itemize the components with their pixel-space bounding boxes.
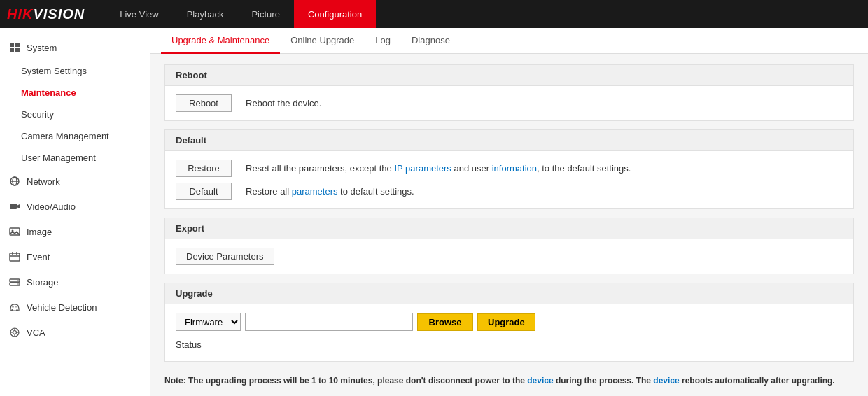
sidebar-vehicle-detection-label: Vehicle Detection bbox=[27, 302, 97, 313]
upgrade-button[interactable]: Upgrade bbox=[477, 313, 536, 331]
svg-point-24 bbox=[13, 331, 17, 334]
video-icon bbox=[8, 200, 21, 213]
tab-log[interactable]: Log bbox=[365, 28, 401, 54]
sidebar-item-image[interactable]: Image bbox=[0, 219, 150, 244]
note-prefix: Note: The upgrading process will be 1 to… bbox=[164, 376, 527, 386]
svg-point-17 bbox=[18, 280, 19, 281]
sidebar-item-user-management[interactable]: User Management bbox=[0, 147, 150, 169]
default-section: Default Restore Reset all the parameters… bbox=[164, 129, 854, 209]
browse-button[interactable]: Browse bbox=[417, 313, 473, 331]
restore-button[interactable]: Restore bbox=[176, 160, 232, 177]
sidebar-item-system-settings[interactable]: System Settings bbox=[0, 60, 150, 82]
content-area: Reboot Reboot Reboot the device. Default… bbox=[150, 54, 868, 396]
sidebar-storage-label: Storage bbox=[27, 277, 59, 288]
svg-rect-11 bbox=[10, 253, 20, 261]
sidebar-item-system[interactable]: System bbox=[0, 35, 150, 60]
device-parameters-button[interactable]: Device Parameters bbox=[176, 248, 274, 265]
note-link2: device bbox=[653, 376, 679, 386]
default-section-body: Restore Reset all the parameters, except… bbox=[165, 151, 853, 208]
tab-upgrade-maintenance[interactable]: Upgrade & Maintenance bbox=[161, 28, 280, 54]
reboot-row: Reboot Reboot the device. bbox=[176, 94, 843, 112]
sidebar-item-maintenance[interactable]: Maintenance bbox=[0, 82, 150, 104]
svg-rect-3 bbox=[15, 48, 20, 52]
sidebar-item-storage[interactable]: Storage bbox=[0, 269, 150, 295]
car-icon bbox=[8, 301, 21, 313]
sidebar-item-vca[interactable]: VCA bbox=[0, 320, 150, 345]
logo: HIKVISION bbox=[7, 6, 85, 22]
reboot-section-header: Reboot bbox=[165, 65, 853, 86]
upgrade-section: Upgrade Firmware Browse Upgrade Status bbox=[164, 283, 854, 362]
restore-desc-mid: and user bbox=[451, 163, 492, 174]
vca-icon bbox=[8, 326, 21, 339]
svg-rect-1 bbox=[15, 43, 20, 47]
svg-rect-21 bbox=[12, 306, 14, 308]
sidebar-item-event[interactable]: Event bbox=[0, 244, 150, 269]
default-desc-plain1: Restore all bbox=[246, 186, 292, 197]
globe-icon bbox=[8, 175, 21, 188]
sidebar-item-video-audio[interactable]: Video/Audio bbox=[0, 194, 150, 219]
reboot-button[interactable]: Reboot bbox=[176, 94, 232, 112]
nav-live-view[interactable]: Live View bbox=[106, 0, 172, 28]
logo-red: HIK bbox=[7, 6, 33, 22]
svg-point-20 bbox=[16, 309, 18, 311]
svg-rect-0 bbox=[10, 43, 14, 47]
upgrade-section-header: Upgrade bbox=[165, 283, 853, 304]
logo-white: VISION bbox=[33, 6, 85, 22]
restore-desc-link2: information bbox=[492, 163, 537, 174]
upgrade-row: Firmware Browse Upgrade bbox=[176, 313, 843, 331]
calendar-icon bbox=[8, 250, 21, 263]
reboot-description: Reboot the device. bbox=[246, 98, 321, 108]
nav-playback[interactable]: Playback bbox=[173, 0, 238, 28]
svg-rect-22 bbox=[15, 306, 18, 308]
reboot-section-body: Reboot Reboot the device. bbox=[165, 86, 853, 120]
tab-bar: Upgrade & Maintenance Online Upgrade Log… bbox=[150, 28, 868, 54]
restore-row: Restore Reset all the parameters, except… bbox=[176, 160, 843, 177]
sidebar-item-network[interactable]: Network bbox=[0, 169, 150, 194]
default-desc-link: parameters bbox=[292, 186, 338, 197]
upgrade-note: Note: The upgrading process will be 1 to… bbox=[164, 370, 854, 388]
tab-online-upgrade[interactable]: Online Upgrade bbox=[280, 28, 365, 54]
restore-desc-link1: IP parameters bbox=[394, 163, 451, 174]
export-section: Export Device Parameters bbox=[164, 218, 854, 274]
restore-desc-plain: Reset all the parameters, except the bbox=[246, 163, 394, 174]
export-section-header: Export bbox=[165, 218, 853, 239]
image-icon bbox=[8, 225, 21, 238]
svg-point-19 bbox=[11, 309, 13, 311]
restore-description: Reset all the parameters, except the IP … bbox=[246, 163, 631, 174]
nav-picture[interactable]: Picture bbox=[237, 0, 293, 28]
sidebar-network-label: Network bbox=[27, 176, 60, 187]
svg-marker-8 bbox=[17, 204, 20, 208]
sidebar-system-label: System bbox=[27, 43, 57, 53]
grid-icon bbox=[8, 41, 21, 54]
export-row: Device Parameters bbox=[176, 248, 843, 265]
default-button[interactable]: Default bbox=[176, 183, 232, 200]
upgrade-section-body: Firmware Browse Upgrade Status bbox=[165, 304, 853, 361]
sidebar: System System Settings Maintenance Secur… bbox=[0, 28, 150, 396]
sidebar-item-camera-management[interactable]: Camera Management bbox=[0, 125, 150, 147]
nav-configuration[interactable]: Configuration bbox=[294, 0, 376, 28]
tab-diagnose[interactable]: Diagnose bbox=[401, 28, 461, 54]
reboot-section: Reboot Reboot Reboot the device. bbox=[164, 64, 854, 121]
note-link1: device bbox=[527, 376, 553, 386]
svg-rect-7 bbox=[10, 204, 17, 209]
nav-items: Live View Playback Picture Configuration bbox=[106, 0, 376, 28]
export-section-body: Device Parameters bbox=[165, 239, 853, 274]
sidebar-item-security[interactable]: Security bbox=[0, 104, 150, 125]
sidebar-section-system: System System Settings Maintenance Secur… bbox=[0, 28, 150, 352]
sidebar-image-label: Image bbox=[27, 227, 52, 237]
main-content: Upgrade & Maintenance Online Upgrade Log… bbox=[150, 28, 868, 396]
svg-rect-2 bbox=[10, 48, 14, 52]
svg-point-18 bbox=[18, 283, 19, 285]
main-layout: System System Settings Maintenance Secur… bbox=[0, 28, 868, 396]
firmware-select[interactable]: Firmware bbox=[176, 313, 241, 331]
sidebar-video-audio-label: Video/Audio bbox=[27, 201, 76, 212]
firmware-file-input[interactable] bbox=[245, 313, 413, 331]
storage-icon bbox=[8, 276, 21, 288]
default-row: Default Restore all parameters to defaul… bbox=[176, 183, 843, 200]
sidebar-event-label: Event bbox=[27, 252, 50, 262]
default-section-header: Default bbox=[165, 130, 853, 151]
note-suffix: reboots automatically after upgrading. bbox=[680, 376, 835, 386]
sidebar-item-vehicle-detection[interactable]: Vehicle Detection bbox=[0, 295, 150, 320]
restore-desc-end: , to the default settings. bbox=[537, 163, 631, 174]
sidebar-vca-label: VCA bbox=[27, 327, 46, 338]
